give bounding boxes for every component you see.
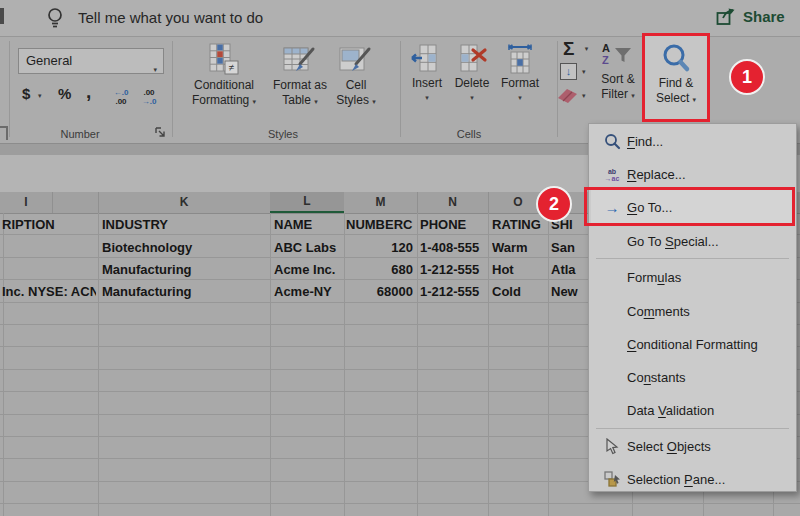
lightbulb-icon (44, 6, 66, 30)
chevron-down-icon: ▾ (314, 98, 318, 105)
number-dialog-launcher[interactable] (155, 127, 166, 138)
sheet-cell[interactable]: 1-408-555 (420, 238, 486, 258)
chevron-down-icon: ▾ (425, 94, 429, 102)
decimal-digits: .00 (143, 88, 154, 97)
sort-filter-button[interactable]: AZ Sort & Filter ▾ (598, 42, 638, 103)
chevron-down-icon[interactable]: ▾ (38, 92, 42, 100)
fill-down-icon: ↓ (560, 63, 577, 80)
find-select-button[interactable]: Find & Select ▾ (648, 42, 704, 107)
sheet-cell[interactable]: PHONE (420, 215, 486, 235)
insert-cells-icon (410, 44, 444, 76)
chevron-down-icon: ▾ (153, 58, 157, 82)
chevron-down-icon: ▾ (585, 45, 589, 52)
format-as-table-icon (282, 42, 318, 78)
chevron-down-icon: ▾ (470, 94, 474, 102)
menu-item-formulas[interactable]: Formulas (589, 261, 796, 294)
share-label: Share (743, 8, 785, 25)
find-magnifier-icon (659, 42, 693, 76)
sheet-cell[interactable]: RATING (492, 215, 546, 235)
gridline-v (270, 213, 271, 516)
column-header-k[interactable]: K (98, 192, 271, 213)
column-header-l-label: L (270, 192, 344, 211)
tell-me-bar: Tell me what you want to do Share (0, 0, 800, 37)
sheet-cell[interactable]: Manufacturing (102, 282, 266, 302)
menu-item-comments[interactable]: Comments (589, 295, 796, 328)
sheet-cell[interactable]: NAME (274, 215, 342, 235)
delete-cells-button[interactable]: Delete ▾ (450, 44, 494, 102)
sheet-cell[interactable]: Biotechnology (102, 238, 266, 258)
menu-item-goto-special[interactable]: Go To Special... (589, 225, 796, 258)
cell-styles-icon (338, 42, 374, 78)
autosum-button[interactable]: Σ ▾ (563, 40, 582, 59)
conditional-formatting-button[interactable]: ≠ Conditional Formatting ▾ (196, 42, 252, 109)
menu-item-data-validation[interactable]: Data Validation (589, 394, 796, 427)
accounting-format-button[interactable]: $ (22, 85, 30, 102)
styles-group-label: Styles (243, 128, 323, 140)
cells-group-label: Cells (429, 128, 509, 140)
tell-me-input[interactable]: Tell me what you want to do (78, 9, 263, 26)
menu-item-label: Selection Pane... (627, 472, 725, 487)
sheet-cell[interactable]: ABC Labs (274, 238, 342, 258)
gridline-v (488, 213, 489, 516)
chevron-down-icon: ▾ (582, 68, 586, 76)
menu-item-select-objects[interactable]: Select Objects (589, 430, 796, 463)
column-header-m[interactable]: M (344, 192, 418, 213)
column-divider (0, 192, 99, 213)
button-label: Styles ▾ (336, 93, 376, 109)
menu-item-selection-pane[interactable]: Selection Pane... (589, 463, 796, 496)
cell-styles-button[interactable]: Cell Styles ▾ (330, 42, 382, 109)
column-header-l-selected[interactable]: L (270, 192, 344, 213)
svg-text:≠: ≠ (229, 62, 235, 73)
decrease-decimal-icon: →.0 (142, 97, 157, 106)
sheet-cell[interactable]: NUMBERC (346, 215, 416, 235)
menu-item-label: Select Objects (627, 439, 711, 454)
comma-style-button[interactable]: , (86, 81, 91, 103)
menu-item-label: Find... (627, 134, 663, 149)
decrease-decimal-button[interactable]: .00 →.0 (136, 88, 162, 106)
step1-badge: 1 (729, 59, 765, 95)
autosum-icon: Σ (563, 38, 574, 59)
increase-decimal-icon: ←.0 (114, 88, 129, 97)
sheet-cell[interactable]: INDUSTRY (102, 215, 266, 235)
sheet-cell[interactable]: 120 (346, 238, 413, 258)
increase-decimal-button[interactable]: ←.0 .00 (108, 88, 134, 106)
menu-item-find[interactable]: Find... (589, 125, 796, 158)
sheet-cell[interactable]: Inc. NYSE: ACN (2, 282, 96, 302)
fill-button[interactable]: ↓ ▾ (560, 63, 586, 80)
sheet-cell[interactable]: RIPTION (2, 215, 96, 235)
menu-item-conditional-formatting[interactable]: Conditional Formatting (589, 328, 796, 361)
sheet-cell[interactable]: Hot (492, 260, 546, 280)
sheet-cell[interactable]: Acme-NY (274, 282, 342, 302)
gridline-v (98, 213, 99, 516)
number-format-select[interactable]: General ▾ (18, 48, 164, 74)
column-header-n[interactable]: N (417, 192, 489, 213)
menu-item-label: Constants (627, 370, 686, 385)
button-label: Select ▾ (656, 91, 696, 107)
sheet-cell[interactable]: Manufacturing (102, 260, 266, 280)
sheet-cell[interactable]: Acme Inc. (274, 260, 342, 280)
sheet-cell[interactable]: 680 (346, 260, 413, 280)
menu-item-label: Go To... (627, 200, 672, 215)
sheet-cell[interactable]: Warm (492, 238, 546, 258)
menu-item-goto[interactable]: → Go To... (589, 191, 796, 224)
sheet-cell[interactable]: 68000 (346, 282, 413, 302)
format-as-table-button[interactable]: Format as Table ▾ (272, 42, 328, 109)
menu-item-constants[interactable]: Constants (589, 361, 796, 394)
menu-item-replace[interactable]: ab→ac Replace... (589, 158, 796, 191)
share-icon (716, 7, 737, 26)
number-format-value: General (26, 53, 72, 68)
sheet-cell[interactable]: 1-212-555 (420, 260, 486, 280)
button-label: Format (501, 76, 539, 91)
find-select-menu: Find... ab→ac Replace... → Go To... Go T… (588, 123, 797, 492)
gridline-v (344, 213, 345, 516)
step2-badge: 2 (536, 186, 572, 222)
clear-button[interactable]: ▾ (558, 89, 586, 103)
share-button[interactable]: Share (716, 7, 785, 26)
sheet-cell[interactable]: Cold (492, 282, 546, 302)
menu-divider (596, 258, 789, 259)
percent-style-button[interactable]: % (58, 85, 71, 102)
sheet-cell[interactable]: 1-212-555 (420, 282, 486, 302)
format-cells-button[interactable]: Format ▾ (496, 44, 544, 102)
group-divider (9, 41, 10, 137)
insert-cells-button[interactable]: Insert ▾ (405, 44, 449, 102)
